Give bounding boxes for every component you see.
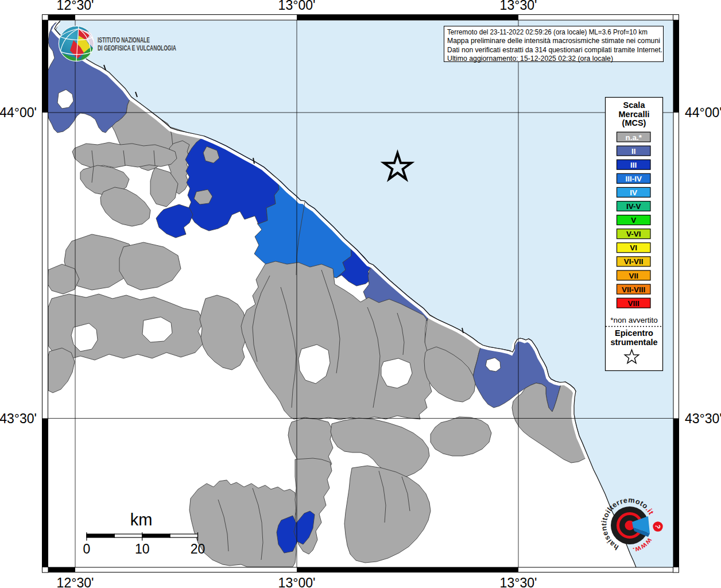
svg-text:VIII: VIII — [628, 299, 639, 308]
svg-text:VI: VI — [630, 243, 637, 252]
svg-text:Dati non verificati estratti d: Dati non verificati estratti da 314 ques… — [447, 46, 662, 54]
svg-text:VI-VII: VI-VII — [624, 257, 644, 266]
svg-text:IV-V: IV-V — [626, 202, 641, 211]
svg-text:Mappa preliminare delle intens: Mappa preliminare delle intensità macros… — [447, 37, 660, 45]
svg-text:10: 10 — [135, 541, 150, 556]
svg-text:II: II — [631, 147, 636, 156]
svg-text:13°00': 13°00' — [278, 0, 316, 13]
svg-text:V-VI: V-VI — [626, 230, 641, 238]
svg-text:ISTITUTO NAZIONALE: ISTITUTO NAZIONALE — [98, 36, 150, 44]
svg-text:IV: IV — [630, 188, 637, 197]
svg-text:*non avvertito: *non avvertito — [610, 316, 658, 324]
svg-text:12°30': 12°30' — [57, 575, 94, 588]
svg-text:strumentale: strumentale — [610, 338, 657, 347]
svg-text:13°30': 13°30' — [500, 575, 537, 588]
svg-text:(MCS): (MCS) — [622, 118, 646, 127]
svg-text:13°30': 13°30' — [500, 0, 537, 13]
svg-text:VII-VIII: VII-VIII — [622, 285, 645, 294]
svg-text:44°00': 44°00' — [0, 105, 37, 120]
svg-text:43°30': 43°30' — [0, 411, 37, 426]
svg-text:III: III — [630, 161, 637, 169]
svg-text:Scala: Scala — [623, 100, 646, 110]
svg-text:VII: VII — [629, 272, 638, 280]
svg-text:44°00': 44°00' — [685, 105, 721, 120]
svg-text:Ultimo aggiornamento: 15-12-20: Ultimo aggiornamento: 15-12-2025 02:32 (… — [447, 55, 613, 63]
svg-text:n.a.*: n.a.* — [625, 133, 642, 142]
svg-text:20: 20 — [191, 541, 206, 556]
svg-text:0: 0 — [83, 541, 91, 556]
svg-text:DI GEOFISICA E VULCANOLOGIA: DI GEOFISICA E VULCANOLOGIA — [98, 44, 176, 52]
svg-text:Mercalli: Mercalli — [619, 110, 650, 119]
svg-text:43°30': 43°30' — [685, 411, 721, 426]
svg-text:III-IV: III-IV — [625, 175, 642, 183]
svg-text:12°30': 12°30' — [57, 0, 94, 13]
svg-text:km: km — [130, 510, 153, 529]
svg-text:V: V — [631, 216, 636, 225]
svg-text:Terremoto del 23-11-2022 02:59: Terremoto del 23-11-2022 02:59:26 (ora l… — [447, 28, 648, 36]
svg-text:Epicentro: Epicentro — [615, 328, 653, 338]
svg-text:13°00': 13°00' — [278, 575, 316, 588]
